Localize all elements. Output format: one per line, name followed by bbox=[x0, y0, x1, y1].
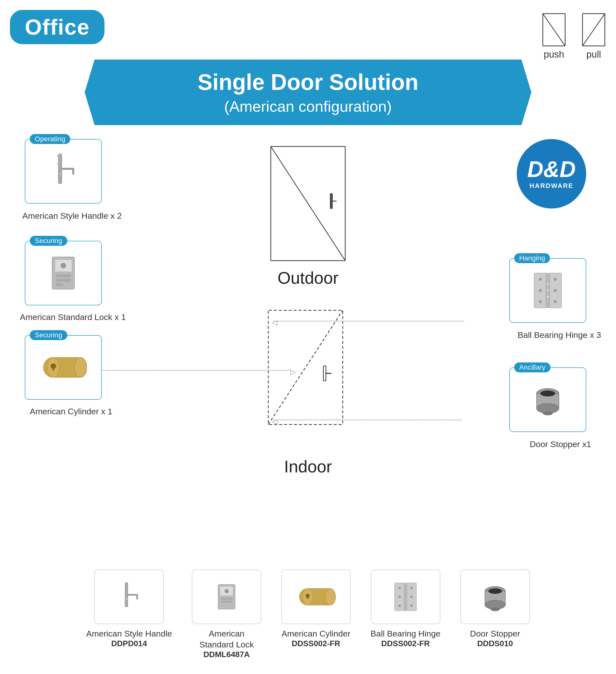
push-door-icon: push bbox=[541, 12, 566, 60]
svg-rect-14 bbox=[57, 162, 60, 164]
page-header: Office push pull bbox=[10, 10, 606, 60]
svg-point-34 bbox=[539, 278, 542, 281]
bottom-handle-card bbox=[94, 569, 164, 624]
stopper-tag: Ancillary bbox=[514, 362, 550, 372]
svg-rect-30 bbox=[52, 367, 54, 370]
bottom-lock: AmericanStandard Lock DDML6487A bbox=[192, 569, 261, 659]
bottom-lock-card bbox=[192, 569, 261, 624]
pull-label: pull bbox=[586, 49, 601, 60]
svg-point-47 bbox=[543, 411, 553, 415]
svg-rect-24 bbox=[54, 261, 56, 269]
svg-point-59 bbox=[325, 588, 336, 605]
bottom-cylinder-name: American Cylinder bbox=[281, 628, 350, 639]
svg-point-51 bbox=[125, 597, 128, 600]
bottom-handle: American Style Handle DDPD014 bbox=[86, 569, 172, 648]
bottom-handle-code: DDPD014 bbox=[111, 639, 147, 648]
svg-rect-10 bbox=[324, 366, 326, 381]
stopper-image bbox=[510, 368, 586, 432]
cylinder-connector bbox=[103, 370, 291, 371]
svg-point-23 bbox=[61, 263, 66, 268]
handle-image bbox=[25, 139, 101, 203]
svg-point-42 bbox=[546, 296, 549, 298]
svg-point-41 bbox=[546, 289, 549, 292]
svg-point-76 bbox=[490, 607, 500, 611]
banner-title: Single Door Solution bbox=[85, 70, 531, 95]
cylinder-label: American Cylinder x 1 bbox=[30, 407, 112, 416]
bottom-stopper: Door Stopper DDDS010 bbox=[460, 569, 530, 648]
svg-rect-65 bbox=[404, 583, 407, 611]
hinge-label: Ball Bearing Hinge x 3 bbox=[518, 330, 601, 340]
stopper-connector bbox=[273, 420, 462, 420]
indoor-door bbox=[266, 308, 350, 428]
stopper-card: Ancillary bbox=[509, 367, 586, 432]
svg-rect-62 bbox=[307, 597, 309, 599]
bottom-stopper-name: Door Stopper bbox=[470, 628, 520, 639]
hinge-connector bbox=[273, 321, 464, 322]
outdoor-door bbox=[268, 144, 348, 264]
handle-card: Operating bbox=[25, 139, 102, 204]
svg-point-35 bbox=[539, 289, 542, 292]
bottom-stopper-code: DDDS010 bbox=[477, 639, 513, 648]
stopper-arrow: ◁ bbox=[272, 417, 277, 426]
banner-wrap: Single Door Solution (American configura… bbox=[0, 60, 616, 125]
svg-rect-21 bbox=[56, 279, 71, 282]
bottom-cylinder: American Cylinder DDSS002-FR bbox=[281, 569, 351, 648]
svg-rect-13 bbox=[57, 155, 60, 157]
dd-logo: D&D HARDWARE bbox=[517, 139, 586, 209]
lock-image bbox=[25, 241, 101, 305]
bottom-cylinder-card bbox=[281, 569, 351, 624]
svg-point-75 bbox=[488, 588, 502, 594]
bottom-hinge-name: Ball Bearing Hinge bbox=[371, 628, 441, 639]
push-label: push bbox=[544, 49, 564, 60]
svg-point-37 bbox=[554, 278, 557, 281]
pull-door-icon: pull bbox=[581, 12, 606, 60]
cylinder-arrow: ▷ bbox=[290, 368, 296, 376]
svg-point-68 bbox=[398, 604, 401, 607]
cylinder-image bbox=[25, 336, 101, 399]
svg-point-40 bbox=[546, 283, 549, 286]
bottom-product-row: American Style Handle DDPD014 AmericanSt… bbox=[0, 569, 616, 659]
push-pull-icons: push pull bbox=[541, 12, 606, 60]
svg-point-27 bbox=[75, 357, 87, 377]
svg-point-66 bbox=[398, 587, 401, 589]
bottom-hinge-code: DDSS002-FR bbox=[381, 639, 430, 648]
bottom-stopper-card bbox=[460, 569, 530, 624]
svg-line-1 bbox=[543, 14, 565, 46]
dd-logo-text: D&D bbox=[527, 158, 576, 181]
hinge-tag: Hanging bbox=[514, 253, 550, 263]
main-content: Outdoor Indoor Operating Ameri bbox=[0, 119, 616, 674]
bottom-lock-name: AmericanStandard Lock bbox=[199, 628, 254, 650]
svg-rect-22 bbox=[56, 283, 63, 286]
svg-rect-55 bbox=[221, 601, 232, 603]
svg-line-3 bbox=[583, 14, 605, 46]
svg-rect-54 bbox=[221, 597, 232, 599]
bottom-hinge-card bbox=[371, 569, 440, 624]
banner: Single Door Solution (American configura… bbox=[85, 60, 531, 125]
lock-label: American Standard Lock x 1 bbox=[20, 312, 126, 322]
svg-point-46 bbox=[540, 390, 555, 397]
svg-point-71 bbox=[410, 604, 413, 607]
indoor-label: Indoor bbox=[284, 457, 332, 476]
handle-tag: Operating bbox=[30, 134, 70, 144]
svg-point-70 bbox=[410, 595, 413, 598]
svg-point-39 bbox=[554, 300, 557, 303]
svg-point-17 bbox=[58, 172, 62, 176]
bottom-cylinder-code: DDSS002-FR bbox=[291, 639, 340, 648]
svg-point-69 bbox=[410, 587, 413, 589]
svg-line-5 bbox=[271, 146, 345, 261]
svg-point-56 bbox=[225, 589, 228, 593]
svg-point-67 bbox=[398, 595, 401, 598]
svg-rect-20 bbox=[56, 274, 71, 277]
office-badge: Office bbox=[10, 10, 105, 44]
handle-label: American Style Handle x 2 bbox=[22, 211, 122, 221]
cylinder-tag: Securing bbox=[30, 330, 67, 340]
banner-subtitle: (American configuration) bbox=[85, 98, 531, 115]
office-title: Office bbox=[25, 15, 90, 39]
svg-rect-6 bbox=[330, 194, 332, 209]
bottom-lock-code: DDML6487A bbox=[204, 650, 250, 659]
lock-card: Securing bbox=[25, 241, 102, 305]
cylinder-card: Securing bbox=[25, 335, 102, 400]
hinge-arrow: ◁ bbox=[272, 319, 277, 327]
outdoor-label: Outdoor bbox=[277, 268, 339, 288]
hinge-image bbox=[510, 259, 586, 322]
